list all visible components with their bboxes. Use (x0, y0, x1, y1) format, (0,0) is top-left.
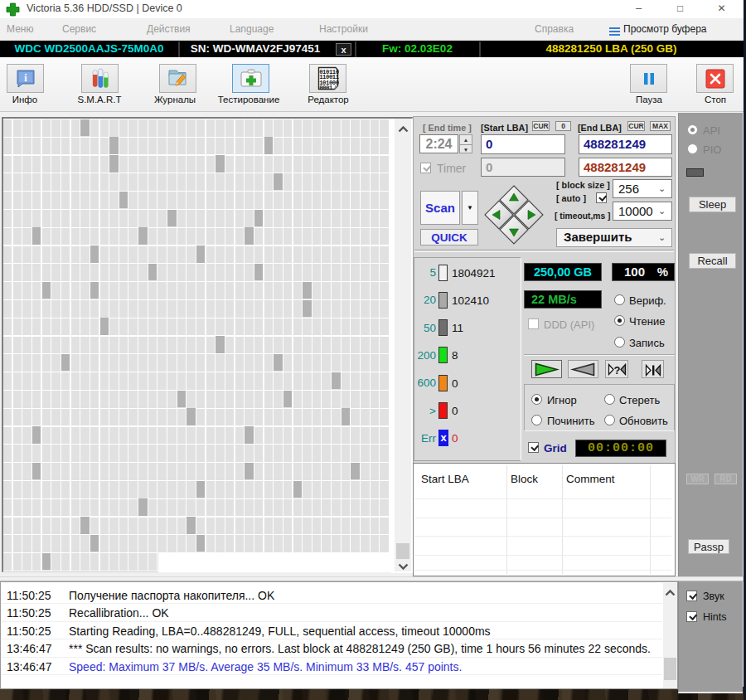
svg-text:0001: 0001 (319, 85, 333, 91)
svg-text:?: ? (613, 364, 620, 377)
